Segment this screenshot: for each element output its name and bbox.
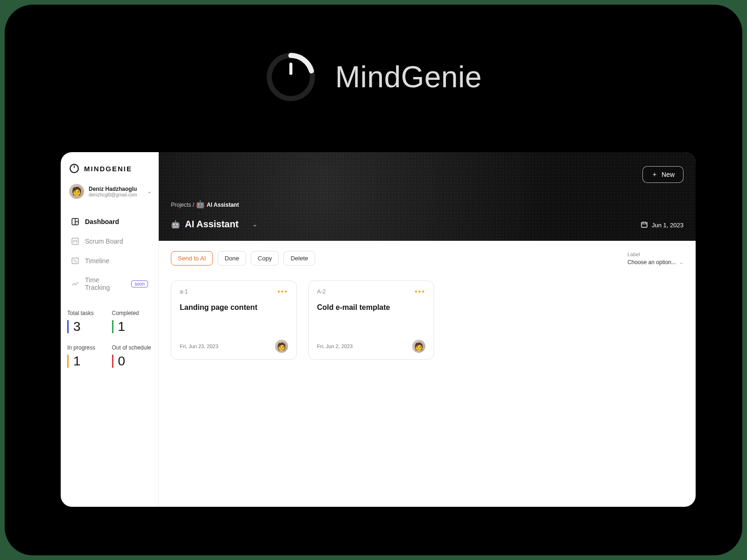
stat-value: 3 (73, 319, 81, 334)
cards-row: a-1 ••• Landing page content Fri, Jun 23… (159, 276, 696, 364)
project-date[interactable]: Jun 1, 2023 (641, 221, 684, 230)
task-card[interactable]: A-2 ••• Cold e-mail template Fri, Jun 2,… (308, 280, 434, 360)
app-window: MINDGENIE 🧑 Deniz Hadzhaoglu denizhcgl0@… (61, 152, 696, 507)
hero: MindGenie (5, 51, 742, 103)
task-id: a-1 (180, 288, 188, 295)
nav-scrum-board[interactable]: Scrum Board (67, 232, 152, 250)
svg-rect-3 (74, 165, 75, 168)
nav-label: Dashboard (85, 218, 119, 225)
ellipsis-icon[interactable]: ••• (415, 290, 425, 294)
avatar: 🧑 (412, 340, 425, 353)
stat-out-of-schedule: Out of schedule 0 (112, 344, 152, 368)
task-title: Cold e-mail template (317, 303, 425, 312)
task-id: A-2 (317, 288, 326, 295)
copy-button[interactable]: Copy (251, 251, 279, 266)
hero-title: MindGenie (335, 60, 482, 94)
breadcrumb: Projects / 🤖 AI Assistant (171, 200, 239, 209)
new-button-label: New (662, 171, 675, 178)
nav-dashboard[interactable]: Dashboard (67, 213, 152, 231)
nav-label: Scrum Board (85, 238, 123, 245)
stat-value: 1 (73, 354, 81, 368)
done-button[interactable]: Done (218, 251, 246, 266)
svg-rect-14 (641, 222, 647, 227)
project-name: AI Assistant (185, 219, 239, 230)
plus-icon: ＋ (651, 170, 658, 179)
task-card[interactable]: a-1 ••• Landing page content Fri, Jun 23… (171, 280, 297, 360)
user-email: denizhcgl0@gmail.com (89, 192, 142, 197)
crumb-current: AI Assistant (207, 202, 239, 208)
svg-rect-1 (289, 63, 293, 75)
brand-text: MINDGENIE (84, 165, 132, 173)
stat-completed: Completed 1 (112, 310, 152, 333)
nav-label: Timeline (85, 257, 109, 265)
task-title: Landing page content (180, 303, 288, 312)
project-title[interactable]: 🤖 AI Assistant ⌄ (171, 219, 257, 230)
robot-icon: 🤖 (196, 200, 205, 208)
project-header: ＋ New Projects / 🤖 AI Assistant 🤖 AI Ass… (159, 152, 696, 241)
label-caption: Label (627, 252, 684, 257)
label-filter: Label Choose an option... ⌄ (627, 252, 684, 266)
nav-time-tracking[interactable]: Time Tracking soon (67, 272, 152, 296)
stat-label: Out of schedule (112, 344, 152, 351)
chevron-down-icon: ⌄ (679, 259, 684, 266)
stat-label: Total tasks (67, 310, 107, 316)
svg-rect-11 (72, 258, 78, 264)
sidebar: MINDGENIE 🧑 Deniz Hadzhaoglu denizhcgl0@… (61, 152, 159, 507)
dashboard-icon (71, 217, 79, 226)
toolbar: Send to AI Done Copy Delete Label Choose… (159, 241, 696, 276)
ellipsis-icon[interactable]: ••• (277, 290, 288, 294)
stats: Total tasks 3 Completed 1 In progress 1 … (67, 310, 152, 368)
task-date: Fri, Jun 23, 2023 (180, 343, 218, 349)
board-icon (71, 237, 79, 245)
crumb-projects[interactable]: Projects (171, 202, 191, 208)
project-date-text: Jun 1, 2023 (652, 222, 684, 229)
new-button[interactable]: ＋ New (642, 166, 684, 183)
chevron-down-icon: ⌄ (253, 221, 257, 228)
brand-logo-icon (69, 163, 79, 174)
send-to-ai-button[interactable]: Send to AI (171, 251, 213, 266)
avatar: 🧑 (69, 184, 84, 199)
brand: MINDGENIE (67, 163, 152, 174)
chart-icon (71, 280, 79, 288)
main: ＋ New Projects / 🤖 AI Assistant 🤖 AI Ass… (159, 152, 696, 507)
stat-value: 1 (118, 319, 126, 334)
label-select[interactable]: Choose an option... ⌄ (627, 259, 684, 266)
timeline-icon (71, 257, 79, 265)
label-select-text: Choose an option... (627, 259, 676, 266)
outer-frame: MindGenie MINDGENIE 🧑 Deniz Hadzhaoglu d… (5, 5, 742, 555)
user-name: Deniz Hadzhaoglu (89, 186, 142, 192)
user-menu[interactable]: 🧑 Deniz Hadzhaoglu denizhcgl0@gmail.com … (67, 184, 152, 199)
avatar: 🧑 (275, 340, 288, 353)
delete-button[interactable]: Delete (283, 251, 315, 266)
soon-badge: soon (131, 280, 148, 287)
stat-in-progress: In progress 1 (67, 344, 107, 368)
stat-value: 0 (118, 354, 126, 368)
robot-icon: 🤖 (171, 220, 180, 229)
stat-total: Total tasks 3 (67, 310, 107, 333)
task-date: Fri, Jun 2, 2023 (317, 343, 352, 349)
clock-icon (265, 51, 317, 103)
nav-label: Time Tracking (85, 276, 126, 291)
nav-timeline[interactable]: Timeline (67, 252, 152, 270)
stat-label: Completed (112, 310, 152, 316)
calendar-icon (641, 221, 648, 230)
stat-label: In progress (67, 344, 107, 351)
chevron-down-icon: ⌄ (147, 188, 152, 195)
